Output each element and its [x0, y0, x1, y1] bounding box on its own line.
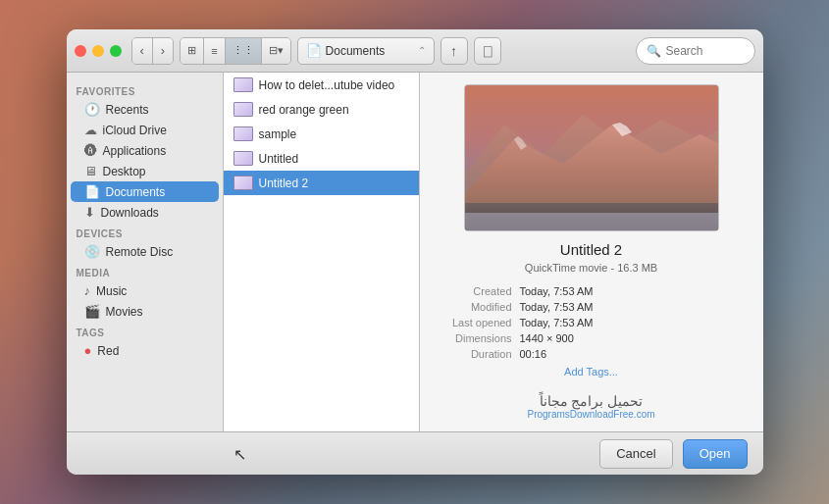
- badge-button[interactable]: ⎕: [474, 37, 501, 65]
- sidebar-item-label: Downloads: [101, 206, 159, 220]
- add-tags-link[interactable]: Add Tags...: [564, 366, 618, 378]
- dimensions-value: 1440 × 900: [520, 332, 574, 344]
- sidebar-item-label: Documents: [106, 185, 166, 199]
- cancel-button[interactable]: Cancel: [599, 439, 672, 469]
- list-view-button[interactable]: ≡: [204, 38, 225, 64]
- cursor-indicator: ↖: [233, 444, 246, 463]
- main-content: Favorites 🕐 Recents ☁ iCloud Drive 🅐 App…: [67, 73, 763, 431]
- preview-thumbnail: [465, 85, 718, 230]
- sidebar-item-label: Red: [97, 344, 119, 358]
- sidebar-item-label: Recents: [106, 103, 149, 117]
- downloads-icon: ⬇: [84, 205, 95, 220]
- view-buttons: ⊞ ≡ ⋮⋮ ⊟▾: [180, 37, 290, 65]
- minimize-button[interactable]: [92, 45, 104, 57]
- maximize-button[interactable]: [110, 45, 122, 57]
- red-tag-icon: ●: [84, 343, 92, 358]
- location-arrow-icon: ⌃: [418, 45, 426, 56]
- sidebar-item-label: Remote Disc: [106, 245, 174, 259]
- cover-view-button[interactable]: ⊟▾: [262, 38, 290, 64]
- media-label: Media: [67, 262, 223, 280]
- sidebar-item-recents[interactable]: 🕐 Recents: [71, 99, 219, 120]
- badge-icon: ⎕: [484, 43, 492, 59]
- sidebar-item-label: Movies: [106, 305, 143, 319]
- list-item[interactable]: Untitled: [224, 146, 419, 171]
- metadata-row-dimensions: Dimensions 1440 × 900: [432, 330, 751, 346]
- remote-disc-icon: 💿: [84, 244, 100, 259]
- titlebar: ‹ › ⊞ ≡ ⋮⋮ ⊟▾ 📄 Documents ⌃ ↑ ⎕ 🔍: [67, 29, 763, 73]
- sidebar-item-movies[interactable]: 🎬 Movies: [71, 301, 219, 322]
- sidebar-item-label: Applications: [103, 144, 167, 158]
- back-button[interactable]: ‹: [132, 38, 153, 64]
- duration-label: Duration: [432, 348, 520, 360]
- sidebar-item-remote-disc[interactable]: 💿 Remote Disc: [71, 241, 219, 262]
- duration-value: 00:16: [520, 348, 547, 360]
- metadata-row-last-opened: Last opened Today, 7:53 AM: [432, 315, 751, 330]
- preview-svg: [465, 85, 719, 231]
- close-button[interactable]: [75, 45, 86, 57]
- list-item[interactable]: How to delet...utube video: [224, 73, 419, 97]
- file-list: How to delet...utube video red orange gr…: [224, 73, 420, 431]
- preview-filename: Untitled 2: [560, 241, 622, 258]
- nav-buttons: ‹ ›: [131, 37, 175, 65]
- file-icon: [233, 126, 253, 141]
- created-value: Today, 7:53 AM: [520, 285, 594, 297]
- bottom-bar: ↖ Cancel Open: [67, 431, 763, 475]
- sidebar-item-downloads[interactable]: ⬇ Downloads: [71, 202, 219, 223]
- file-name: Untitled: [259, 152, 299, 166]
- window-controls: [75, 45, 122, 57]
- icon-view-button[interactable]: ⊞: [181, 38, 204, 64]
- music-icon: ♪: [84, 283, 91, 298]
- list-item[interactable]: red orange green: [224, 97, 419, 122]
- open-button[interactable]: Open: [683, 439, 748, 469]
- sidebar-item-desktop[interactable]: 🖥 Desktop: [71, 161, 219, 181]
- devices-label: Devices: [67, 223, 223, 241]
- applications-icon: 🅐: [84, 143, 97, 158]
- sidebar-item-label: Music: [96, 284, 127, 298]
- sidebar-item-tag-red[interactable]: ● Red: [71, 340, 219, 361]
- search-icon: 🔍: [647, 44, 661, 58]
- share-icon: ↑: [450, 43, 457, 59]
- list-item[interactable]: Untitled 2: [224, 171, 419, 195]
- tags-label: Tags: [67, 322, 223, 340]
- metadata-row-modified: Modified Today, 7:53 AM: [432, 299, 751, 315]
- sidebar-item-documents[interactable]: 📄 Documents: [71, 181, 219, 202]
- svg-rect-6: [465, 213, 719, 231]
- location-bar[interactable]: 📄 Documents ⌃: [297, 37, 435, 65]
- file-icon: [233, 151, 253, 166]
- file-name: Untitled 2: [259, 176, 309, 190]
- watermark-english: ProgramsDownloadFree.com: [527, 409, 654, 420]
- share-button[interactable]: ↑: [440, 37, 468, 65]
- desktop-icon: 🖥: [84, 164, 97, 178]
- last-opened-value: Today, 7:53 AM: [520, 317, 594, 328]
- search-input[interactable]: [666, 44, 745, 58]
- favorites-label: Favorites: [67, 80, 223, 99]
- sidebar-item-icloud[interactable]: ☁ iCloud Drive: [71, 120, 219, 140]
- modified-label: Modified: [432, 301, 520, 313]
- sidebar-item-label: Desktop: [103, 165, 146, 178]
- watermark-container: تحميل برامج مجاناً ProgramsDownloadFree.…: [527, 378, 654, 420]
- location-folder-icon: 📄: [306, 43, 322, 58]
- search-box[interactable]: 🔍: [636, 37, 755, 65]
- icloud-icon: ☁: [84, 123, 97, 137]
- dimensions-label: Dimensions: [432, 332, 520, 344]
- documents-icon: 📄: [84, 184, 100, 199]
- sidebar: Favorites 🕐 Recents ☁ iCloud Drive 🅐 App…: [67, 73, 224, 431]
- list-item[interactable]: sample: [224, 122, 419, 146]
- created-label: Created: [432, 285, 520, 297]
- recents-icon: 🕐: [84, 102, 100, 117]
- file-icon: [233, 176, 253, 190]
- sidebar-item-music[interactable]: ♪ Music: [71, 280, 219, 301]
- metadata-row-duration: Duration 00:16: [432, 346, 751, 362]
- file-name: sample: [259, 127, 297, 141]
- sidebar-item-label: iCloud Drive: [103, 124, 167, 137]
- metadata-row-created: Created Today, 7:53 AM: [432, 283, 751, 299]
- file-name: red orange green: [259, 103, 349, 117]
- preview-image: [464, 84, 719, 231]
- last-opened-label: Last opened: [432, 317, 520, 328]
- file-icon: [233, 77, 253, 92]
- preview-filetype: QuickTime movie - 16.3 MB: [525, 262, 657, 274]
- file-icon: [233, 102, 253, 117]
- column-view-button[interactable]: ⋮⋮: [226, 38, 262, 64]
- sidebar-item-applications[interactable]: 🅐 Applications: [71, 140, 219, 161]
- forward-button[interactable]: ›: [153, 38, 173, 64]
